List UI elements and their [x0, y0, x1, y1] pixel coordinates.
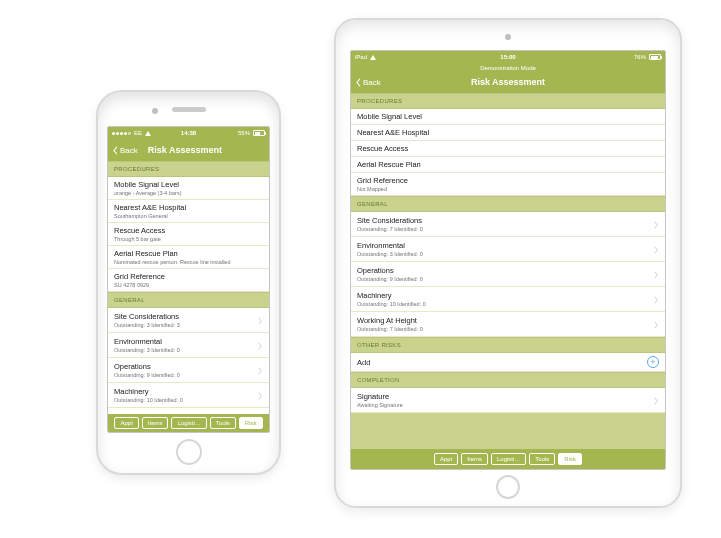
tab-items[interactable]: Items	[461, 453, 488, 465]
ipad-screen: iPad 15:00 76% Demonstration Mode Back R…	[350, 50, 666, 470]
row-label: Environmental	[114, 337, 180, 346]
device-label: iPad	[355, 54, 367, 60]
page-title: Risk Assessment	[471, 77, 545, 87]
chevron-right-icon	[653, 215, 659, 233]
add-icon[interactable]: +	[647, 356, 659, 368]
list-row[interactable]: Grid ReferenceSU 4278 0929	[108, 269, 269, 292]
list-row[interactable]: EnvironmentalOutstanding: 3 Identified: …	[108, 333, 269, 358]
content-area: PROCEDURESMobile Signal LevelNearest A&E…	[351, 93, 665, 470]
row-subtitle: Outstanding: 3 Identified: 0	[357, 251, 423, 257]
row-subtitle: Through 5 bar gate	[114, 236, 165, 242]
row-label: Grid Reference	[357, 176, 408, 185]
row-subtitle: Awaiting Signature	[357, 402, 403, 408]
chevron-left-icon	[112, 146, 119, 155]
tab-bar: ApptItemsLogisti…ToolsRisk	[351, 449, 665, 469]
battery-percent: 55%	[238, 130, 250, 136]
row-label: Aerial Rescue Plan	[114, 249, 230, 258]
tab-risk[interactable]: Risk	[239, 417, 263, 429]
chevron-right-icon	[653, 315, 659, 333]
row-subtitle: Outstanding: 9 Identified: 0	[114, 372, 180, 378]
signal-dots-icon	[112, 132, 131, 135]
status-bar: EE 14:38 55%	[108, 127, 269, 139]
list-row[interactable]: Aerial Rescue Plan	[351, 157, 665, 173]
tab-tools[interactable]: Tools	[210, 417, 236, 429]
content-area: PROCEDURESMobile Signal Levelorange - Av…	[108, 161, 269, 433]
chevron-right-icon	[653, 265, 659, 283]
row-label: Rescue Access	[357, 144, 408, 153]
tab-items[interactable]: Items	[142, 417, 169, 429]
row-subtitle: Outstanding: 10 Identified: 0	[357, 301, 426, 307]
row-label: Aerial Rescue Plan	[357, 160, 421, 169]
back-button[interactable]: Back	[112, 146, 138, 155]
list-row[interactable]: OperationsOutstanding: 9 Identified: 0	[108, 358, 269, 383]
list-row[interactable]: Site ConsiderationsOutstanding: 3 Identi…	[108, 308, 269, 333]
battery-percent: 76%	[634, 54, 646, 60]
home-button[interactable]	[496, 475, 520, 499]
row-label: Rescue Access	[114, 226, 165, 235]
row-label: Working At Height	[357, 316, 423, 325]
row-label: Nearest A&E Hospital	[114, 203, 186, 212]
list-row[interactable]: Nearest A&E Hospital	[351, 125, 665, 141]
list-row[interactable]: OperationsOutstanding: 9 Identified: 0	[351, 262, 665, 287]
back-label: Back	[363, 78, 381, 87]
list-row[interactable]: MachineryOutstanding: 10 Identified: 0	[351, 287, 665, 312]
tab-bar: ApptItemsLogisti…ToolsRisk	[108, 414, 269, 432]
iphone-screen: EE 14:38 55% Back Risk Assessment PROCED…	[107, 126, 270, 433]
tab-appt[interactable]: Appt	[434, 453, 458, 465]
tab-tools[interactable]: Tools	[529, 453, 555, 465]
row-label: Operations	[114, 362, 180, 371]
clock: 14:38	[181, 130, 196, 136]
list-row[interactable]: SignatureAwaiting Signature	[351, 388, 665, 413]
row-subtitle: Not Mapped	[357, 186, 408, 192]
list-row[interactable]: Rescue Access	[351, 141, 665, 157]
list-row[interactable]: Grid ReferenceNot Mapped	[351, 173, 665, 196]
back-label: Back	[120, 146, 138, 155]
tab-logisti[interactable]: Logisti…	[491, 453, 526, 465]
row-label: Site Considerations	[114, 312, 180, 321]
demo-mode-label: Demonstration Mode	[351, 63, 665, 71]
list-row[interactable]: Aerial Rescue PlanNominated rescue perso…	[108, 246, 269, 269]
section-header: GENERAL	[351, 196, 665, 212]
row-subtitle: Outstanding: 9 Identified: 0	[357, 276, 423, 282]
list-row[interactable]: MachineryOutstanding: 10 Identified: 0	[108, 383, 269, 408]
row-subtitle: SU 4278 0929	[114, 282, 165, 288]
row-subtitle: Outstanding: 10 Identified: 0	[114, 397, 183, 403]
list-row[interactable]: Mobile Signal Level	[351, 109, 665, 125]
home-button[interactable]	[176, 439, 202, 465]
section-header: PROCEDURES	[108, 161, 269, 177]
row-label: Add	[357, 358, 370, 367]
section-header: OTHER RISKS	[351, 337, 665, 353]
list-row[interactable]: Add+	[351, 353, 665, 372]
list-row[interactable]: EnvironmentalOutstanding: 3 Identified: …	[351, 237, 665, 262]
battery-icon	[649, 54, 661, 60]
chevron-right-icon	[653, 391, 659, 409]
front-camera	[505, 34, 511, 40]
tab-logisti[interactable]: Logisti…	[171, 417, 206, 429]
row-subtitle: Outstanding: 3 Identified: 0	[114, 347, 180, 353]
front-camera	[152, 108, 158, 114]
chevron-right-icon	[257, 336, 263, 354]
list-row[interactable]: Rescue AccessThrough 5 bar gate	[108, 223, 269, 246]
list-row[interactable]: Site ConsiderationsOutstanding: 7 Identi…	[351, 212, 665, 237]
speaker	[172, 107, 206, 112]
row-subtitle: Outstanding: 7 Identified: 0	[357, 326, 423, 332]
list-row[interactable]: Working At HeightOutstanding: 7 Identifi…	[351, 312, 665, 337]
clock: 15:00	[500, 54, 515, 60]
list-row[interactable]: Mobile Signal Levelorange - Average (3-4…	[108, 177, 269, 200]
row-subtitle: Nominated rescue person. Rescue line ins…	[114, 259, 230, 265]
tab-risk[interactable]: Risk	[558, 453, 582, 465]
chevron-left-icon	[355, 78, 362, 87]
row-subtitle: Southampton General	[114, 213, 186, 219]
tab-appt[interactable]: Appt	[114, 417, 138, 429]
row-label: Machinery	[357, 291, 426, 300]
section-header: GENERAL	[108, 292, 269, 308]
row-label: Machinery	[114, 387, 183, 396]
section-header: COMPLETION	[351, 372, 665, 388]
row-label: Grid Reference	[114, 272, 165, 281]
row-label: Environmental	[357, 241, 423, 250]
chevron-right-icon	[257, 386, 263, 404]
nav-bar: Back Risk Assessment	[108, 139, 269, 161]
row-subtitle: Outstanding: 7 Identified: 0	[357, 226, 423, 232]
list-row[interactable]: Nearest A&E HospitalSouthampton General	[108, 200, 269, 223]
back-button[interactable]: Back	[355, 78, 381, 87]
